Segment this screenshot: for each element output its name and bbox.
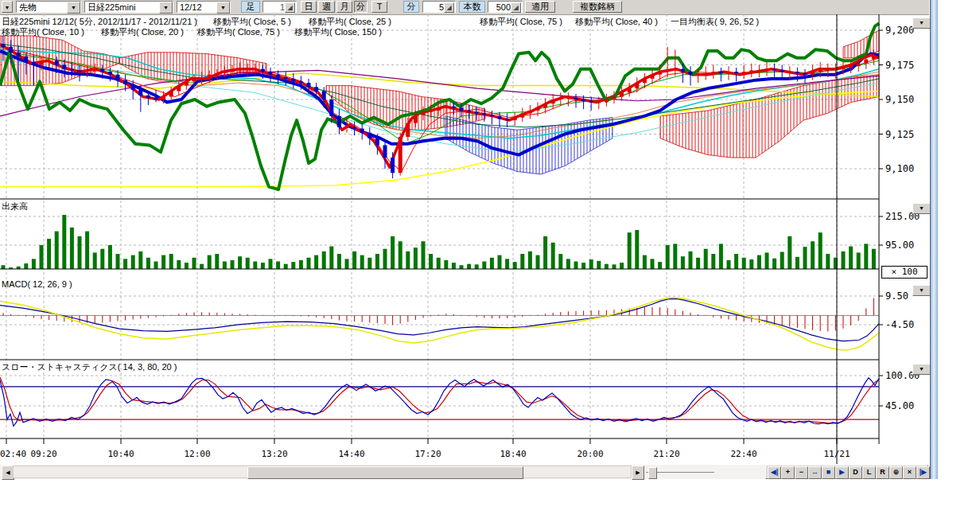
stoch-panel-title: スロー・ストキャスティクス( 14, 3, 80, 20 )	[2, 361, 177, 373]
right-splitter[interactable]	[930, 0, 938, 479]
chevron-down-icon[interactable]: ▼	[67, 2, 80, 14]
axis-label: 9,100	[885, 163, 914, 174]
go-first-button[interactable]: ◀|	[768, 466, 781, 479]
bar-interval-spinner[interactable]: 1 ◢	[262, 1, 297, 13]
time-label: 10:40	[107, 449, 134, 459]
legend-ma20: 移動平均( Close, 20 )	[101, 26, 184, 38]
fit-width-button[interactable]: ↔	[808, 466, 822, 479]
r-mode-button[interactable]: R	[876, 466, 889, 479]
stoch-gridlines: 100.0045.00	[0, 370, 920, 411]
scroll-right-button[interactable]: ▶	[632, 466, 644, 480]
volume-gridlines: 215.0095.00	[0, 211, 920, 251]
macd-plot	[0, 298, 879, 350]
time-label: 02:40	[0, 449, 26, 459]
horizontal-scrollbar-thumb[interactable]	[247, 466, 523, 479]
spinner-icon[interactable]: ◢	[285, 2, 295, 13]
volume-bars	[2, 215, 876, 269]
legend-ma40: 移動平均( Close, 40 )	[575, 16, 658, 28]
period-month-button[interactable]: 月	[336, 1, 352, 13]
time-label: 14:40	[338, 449, 364, 459]
contract-month-value: 12/12	[180, 2, 202, 13]
period-day-button[interactable]: 日	[301, 1, 317, 13]
horizontal-scrollbar-track[interactable]	[13, 466, 632, 478]
instrument-type-value: 先物	[19, 2, 37, 13]
volume-panel-menu-button[interactable]: ▼	[912, 203, 931, 214]
bar-label: 足	[241, 1, 260, 13]
chevron-down-icon[interactable]: ▼	[216, 2, 230, 14]
time-label: 17:20	[414, 449, 441, 459]
arrow-right-icon: ▶	[636, 470, 640, 475]
arrow-left-icon: ◀	[6, 470, 10, 475]
instrument-type-combo[interactable]: 先物 ▼	[16, 1, 81, 13]
axis-label: 45.00	[885, 400, 914, 411]
axis-label: -4.50	[885, 319, 914, 330]
multi-symbol-button[interactable]: 複数銘柄	[573, 1, 622, 13]
spinner-icon[interactable]: ◢	[511, 2, 521, 13]
magnifier-button[interactable]: ⊕	[889, 466, 903, 479]
axis-label: 95.00	[885, 240, 914, 251]
volume-scale-box: × 100	[881, 266, 928, 279]
period-tick-button[interactable]: T	[371, 1, 387, 13]
macd-signal	[0, 298, 879, 350]
axis-label: 9.50	[885, 290, 908, 302]
time-label: 09:20	[30, 449, 56, 459]
zoom-in-button[interactable]: +	[781, 466, 795, 479]
axis-label: 9,125	[885, 129, 914, 140]
time-gridlines: 02:4009:2010:4012:0013:2014:4017:2018:40…	[0, 14, 850, 459]
bar-count-spinner[interactable]: 500 ◢	[488, 1, 523, 13]
bar-count-label: 本数	[459, 1, 485, 13]
time-label: 18:40	[500, 449, 526, 459]
legend-ma150: 移動平均( Close, 150 )	[294, 26, 382, 38]
l-mode-button[interactable]: L	[862, 466, 876, 479]
close-button[interactable]: ×	[903, 466, 916, 479]
minutes-label: 分	[403, 1, 419, 13]
close-icon: ×	[908, 468, 912, 476]
apply-button[interactable]: 適用	[525, 1, 555, 13]
d-mode-button[interactable]: D	[849, 466, 862, 479]
bar-count-value: 500	[496, 2, 511, 13]
spinner-icon[interactable]: ◢	[444, 2, 454, 13]
legend-ma10: 移動平均( Close, 10 )	[2, 26, 84, 38]
symbol-value: 日経225mini	[88, 2, 136, 13]
macd-panel-title: MACD( 12, 26, 9 )	[2, 279, 72, 289]
zoom-slider-thumb[interactable]	[648, 467, 657, 479]
collapse-toolbar-button[interactable]: ▼	[2, 1, 13, 13]
legend-ichimoku: 一目均衡表( 9, 26, 52 )	[671, 16, 759, 28]
volume-panel-title: 出来高	[2, 201, 28, 212]
time-label: 20:00	[577, 449, 603, 459]
axis-label: 9,150	[885, 94, 914, 105]
chart-plot-area[interactable]: 02:4009:2010:4012:0013:2014:4017:2018:40…	[0, 14, 929, 465]
play-button[interactable]: ▶	[835, 466, 849, 479]
time-label: 12:00	[184, 449, 210, 459]
bottom-scroll-row: ◀ ▶ ◀| + − ↔ ■ ▶ D L R ⊕ × |▶	[0, 465, 929, 479]
time-label: 13:20	[261, 449, 287, 459]
macd-macd	[0, 298, 879, 341]
axis-label: 9,175	[885, 60, 914, 71]
stochastics-plot	[0, 377, 879, 426]
toolbar: ▼ 先物 ▼ 日経225mini ▼ 12/12 ▼ 足 1 ◢ 日 週 月 分…	[0, 0, 929, 15]
axis-label: 9,200	[885, 25, 914, 36]
stop-button[interactable]: ■	[822, 466, 835, 479]
contract-month-combo[interactable]: 12/12 ▼	[177, 1, 231, 13]
legend-ma75: 移動平均( Close, 75 )	[480, 16, 562, 28]
period-minute-button[interactable]: 分	[354, 1, 368, 13]
trading-app-window: ▼ 先物 ▼ 日経225mini ▼ 12/12 ▼ 足 1 ◢ 日 週 月 分…	[0, 0, 980, 530]
price-panel-menu-button[interactable]: ▼	[912, 18, 931, 29]
go-last-button[interactable]: |▶	[916, 466, 930, 479]
macd-panel-menu-button[interactable]: ▼	[912, 285, 931, 296]
chevron-down-icon: ▼	[5, 5, 10, 10]
symbol-combo[interactable]: 日経225mini ▼	[84, 1, 173, 13]
magnifier-icon: ⊕	[893, 468, 900, 476]
stoch-panel-menu-button[interactable]: ▼	[912, 364, 931, 375]
time-label: 21:20	[653, 449, 679, 459]
legend-ma75-2: 移動平均( Close, 75 )	[197, 26, 280, 38]
stoch-slow_k	[0, 378, 879, 427]
chart-nav-toolbar: ◀| + − ↔ ■ ▶ D L R ⊕ × |▶	[765, 465, 928, 479]
period-week-button[interactable]: 週	[318, 1, 335, 13]
time-label: 22:40	[730, 449, 756, 459]
zoom-out-button[interactable]: −	[795, 466, 808, 479]
minutes-spinner[interactable]: 5 ◢	[422, 1, 456, 13]
chevron-down-icon[interactable]: ▼	[159, 2, 173, 14]
